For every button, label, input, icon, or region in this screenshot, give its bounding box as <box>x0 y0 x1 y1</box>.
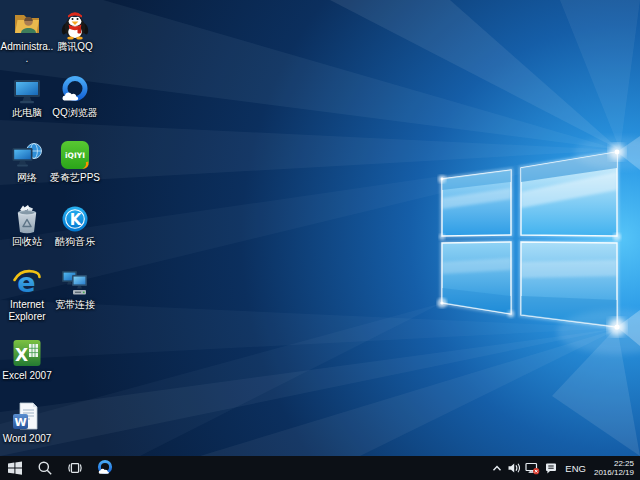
language-indicator[interactable]: ENG <box>560 463 591 474</box>
desktop-icon-iqiyi-pps[interactable]: iQIYI 爱奇艺PPS <box>48 139 102 184</box>
volume-button[interactable] <box>505 456 523 480</box>
iqiyi-pps-icon: iQIYI <box>59 139 91 171</box>
desktop-icon-label: Word 2007 <box>3 433 52 445</box>
task-view-button[interactable] <box>60 456 90 480</box>
search-button[interactable] <box>30 456 60 480</box>
desktop-icon-label: 回收站 <box>12 236 42 248</box>
system-tray: ENG 22:25 2016/12/19 <box>489 456 640 480</box>
taskbar-clock[interactable]: 22:25 2016/12/19 <box>591 459 640 478</box>
clock-date: 2016/12/19 <box>594 468 634 478</box>
desktop-icon-label: QQ浏览器 <box>52 107 98 119</box>
internet-explorer-icon: e <box>11 266 43 298</box>
windows-logo-icon <box>7 460 23 476</box>
action-center-button[interactable] <box>542 456 560 480</box>
svg-text:W: W <box>14 416 26 429</box>
tencent-qq-icon <box>59 8 91 40</box>
desktop-icon-broadband-connection[interactable]: 宽带连接 <box>48 266 102 311</box>
speaker-icon <box>507 461 521 475</box>
svg-text:K: K <box>70 211 83 229</box>
desktop-icon-label: 酷狗音乐 <box>55 236 95 248</box>
svg-text:X: X <box>15 345 28 365</box>
desktop-icon-word-2007[interactable]: W Word 2007 <box>0 400 54 445</box>
desktop-icon-administrator[interactable]: Administra... <box>0 8 54 64</box>
kugou-music-icon: K <box>59 203 91 235</box>
start-button[interactable] <box>0 456 30 480</box>
desktop-icon-label: Administra... <box>0 41 54 64</box>
desktop-icon-this-pc[interactable]: 此电脑 <box>0 74 54 119</box>
task-view-icon <box>67 460 83 476</box>
administrator-folder-icon <box>11 8 43 40</box>
windows-desktop: Administra... 腾讯QQ 此电脑 <box>0 0 640 480</box>
desktop-icon-label: 腾讯QQ <box>57 41 93 53</box>
desktop-icon-network[interactable]: 网络 <box>0 139 54 184</box>
taskbar: ENG 22:25 2016/12/19 <box>0 456 640 480</box>
desktop-icon-label: 宽带连接 <box>55 299 95 311</box>
network-icon <box>11 139 43 171</box>
desktop-icon-label: Internet Explorer <box>0 299 54 322</box>
desktop-icon-label: 此电脑 <box>12 107 42 119</box>
this-pc-icon <box>11 74 43 106</box>
desktop-icon-label: 网络 <box>17 172 37 184</box>
desktop-icon-recycle-bin[interactable]: 回收站 <box>0 203 54 248</box>
desktop-icon-label: 爱奇艺PPS <box>50 172 100 184</box>
search-icon <box>37 460 53 476</box>
desktop-icon-kugou-music[interactable]: K 酷狗音乐 <box>48 203 102 248</box>
clock-time: 22:25 <box>594 459 634 469</box>
hidden-icons-button[interactable] <box>489 456 505 480</box>
taskbar-qq-browser-button[interactable] <box>90 456 120 480</box>
word-2007-icon: W <box>11 400 43 432</box>
network-disconnected-icon <box>525 461 540 475</box>
desktop-icon-internet-explorer[interactable]: e Internet Explorer <box>0 266 54 322</box>
qq-browser-icon <box>96 459 114 477</box>
chevron-up-icon <box>491 461 503 475</box>
broadband-connection-icon <box>59 266 91 298</box>
action-center-icon <box>544 461 558 475</box>
qq-browser-icon <box>59 74 91 106</box>
network-status-button[interactable] <box>523 456 542 480</box>
svg-text:iQIYI: iQIYI <box>65 151 85 160</box>
taskbar-left <box>0 456 120 480</box>
excel-2007-icon: X <box>11 337 43 369</box>
desktop-icon-excel-2007[interactable]: X Excel 2007 <box>0 337 54 382</box>
desktop-icon-label: Excel 2007 <box>2 370 51 382</box>
recycle-bin-icon <box>11 203 43 235</box>
desktop-icon-tencent-qq[interactable]: 腾讯QQ <box>48 8 102 53</box>
desktop-icon-qq-browser[interactable]: QQ浏览器 <box>48 74 102 119</box>
